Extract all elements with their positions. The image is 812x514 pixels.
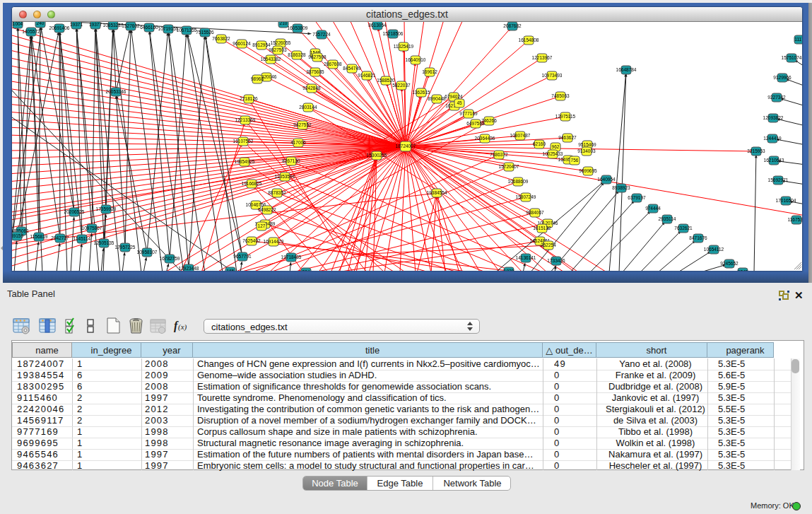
svg-text:12213967: 12213967 xyxy=(532,55,553,60)
svg-text:16782759: 16782759 xyxy=(160,256,180,261)
svg-text:2942737: 2942737 xyxy=(51,235,69,240)
svg-text:1527602: 1527602 xyxy=(122,23,140,28)
svg-text:12505135: 12505135 xyxy=(94,240,114,245)
svg-text:2867608: 2867608 xyxy=(324,62,342,66)
svg-text:8878352: 8878352 xyxy=(268,190,286,195)
svg-text:2935114: 2935114 xyxy=(659,216,676,221)
svg-text:9227342: 9227342 xyxy=(767,95,786,100)
svg-text:1167533: 1167533 xyxy=(788,217,802,222)
svg-text:1004: 1004 xyxy=(13,22,23,26)
svg-text:756: 756 xyxy=(571,158,579,163)
svg-text:16648784: 16648784 xyxy=(616,67,637,72)
svg-text:9129966: 9129966 xyxy=(773,75,792,80)
svg-text:20691406: 20691406 xyxy=(49,25,70,30)
svg-text:9146821: 9146821 xyxy=(358,73,376,78)
svg-text:17957225: 17957225 xyxy=(115,245,136,250)
svg-text:16640910: 16640910 xyxy=(406,57,426,62)
svg-text:16543382: 16543382 xyxy=(261,57,281,62)
svg-text:14136141: 14136141 xyxy=(516,255,536,260)
svg-text:12213369: 12213369 xyxy=(235,117,256,122)
svg-text:7386372: 7386372 xyxy=(490,152,508,157)
svg-text:8613054: 8613054 xyxy=(368,23,387,28)
svg-text:1733426: 1733426 xyxy=(547,258,565,263)
svg-text:2803144: 2803144 xyxy=(299,105,317,110)
svg-text:8471676: 8471676 xyxy=(689,235,707,240)
svg-text:9427552: 9427552 xyxy=(293,122,312,127)
svg-text:1244419: 1244419 xyxy=(763,136,782,141)
svg-text:746266: 746266 xyxy=(481,118,497,123)
svg-text:962: 962 xyxy=(552,144,560,149)
svg-text:974444: 974444 xyxy=(645,206,661,211)
svg-text:9660124: 9660124 xyxy=(233,41,251,46)
svg-text:16107552: 16107552 xyxy=(233,139,254,144)
svg-text:9242848: 9242848 xyxy=(302,86,321,90)
svg-text:9827503: 9827503 xyxy=(269,47,287,52)
svg-text:9463627: 9463627 xyxy=(558,135,577,140)
svg-text:(x): (x) xyxy=(178,322,187,332)
svg-text:10025433: 10025433 xyxy=(543,151,563,156)
svg-text:9134003: 9134003 xyxy=(577,148,596,153)
svg-text:19371: 19371 xyxy=(70,22,83,27)
svg-text:169612: 169612 xyxy=(422,69,437,74)
svg-text:10853287: 10853287 xyxy=(103,23,124,28)
svg-text:10958107: 10958107 xyxy=(137,250,158,255)
svg-text:7515526: 7515526 xyxy=(196,30,214,35)
svg-text:19166825: 19166825 xyxy=(242,181,262,186)
svg-text:7357224: 7357224 xyxy=(312,32,331,37)
svg-text:20053346: 20053346 xyxy=(106,89,126,94)
svg-text:10654112: 10654112 xyxy=(704,247,724,252)
svg-text:39159: 39159 xyxy=(12,233,23,238)
svg-text:45: 45 xyxy=(457,100,462,105)
svg-text:15218506: 15218506 xyxy=(383,31,404,36)
svg-text:10975867: 10975867 xyxy=(82,226,102,230)
svg-text:9245: 9245 xyxy=(738,269,748,271)
svg-text:1640954: 1640954 xyxy=(597,177,616,182)
svg-text:16154808: 16154808 xyxy=(519,37,539,42)
svg-text:210: 210 xyxy=(280,22,288,25)
svg-text:2087682: 2087682 xyxy=(503,23,522,28)
svg-text:11353594: 11353594 xyxy=(275,174,295,179)
svg-text:62160: 62160 xyxy=(533,141,546,146)
svg-text:9515469: 9515469 xyxy=(578,142,596,147)
svg-text:15720407: 15720407 xyxy=(499,164,519,169)
svg-text:15751074: 15751074 xyxy=(782,55,802,60)
svg-text:417006: 417006 xyxy=(290,140,306,145)
svg-text:6794024: 6794024 xyxy=(445,94,463,99)
svg-text:98968: 98968 xyxy=(251,76,264,81)
svg-text:9777169: 9777169 xyxy=(459,111,478,116)
svg-text:15300255: 15300255 xyxy=(367,153,387,158)
svg-text:15807249: 15807249 xyxy=(516,194,536,199)
svg-text:7625402: 7625402 xyxy=(242,238,261,243)
svg-text:7632621: 7632621 xyxy=(674,226,693,230)
svg-text:12923448: 12923448 xyxy=(179,266,199,271)
svg-text:1588520: 1588520 xyxy=(377,78,395,83)
svg-text:12093822: 12093822 xyxy=(763,115,784,120)
svg-text:19384554: 19384554 xyxy=(427,190,447,195)
svg-text:1938: 1938 xyxy=(504,269,514,271)
svg-text:9657791: 9657791 xyxy=(233,254,252,259)
svg-text:8912954: 8912954 xyxy=(252,42,271,47)
svg-text:10719155: 10719155 xyxy=(158,26,179,31)
svg-text:252254: 252254 xyxy=(541,243,556,247)
svg-text:1156819: 1156819 xyxy=(30,234,48,239)
svg-text:5498222: 5498222 xyxy=(258,207,276,212)
svg-text:8990448: 8990448 xyxy=(428,96,446,101)
svg-text:6379197: 6379197 xyxy=(628,195,646,200)
svg-text:19718485: 19718485 xyxy=(281,255,302,259)
svg-text:1117: 1117 xyxy=(794,37,802,42)
svg-text:3875685: 3875685 xyxy=(306,69,324,74)
svg-text:17359928: 17359928 xyxy=(96,206,117,211)
svg-text:240: 240 xyxy=(37,22,45,25)
svg-text:8267130: 8267130 xyxy=(282,158,300,163)
svg-text:16914479: 16914479 xyxy=(264,239,284,244)
svg-text:9884067: 9884067 xyxy=(526,210,544,215)
svg-text:10688609: 10688609 xyxy=(508,179,529,184)
svg-text:15226055: 15226055 xyxy=(271,40,291,45)
svg-text:1145114: 1145114 xyxy=(73,236,91,241)
svg-text:15692971: 15692971 xyxy=(768,177,789,182)
svg-text:16210643: 16210643 xyxy=(764,158,784,163)
svg-text:6466160: 6466160 xyxy=(140,25,158,30)
svg-text:1615132: 1615132 xyxy=(533,226,551,230)
svg-text:19854925: 19854925 xyxy=(235,159,255,164)
svg-text:8454749: 8454749 xyxy=(343,66,361,71)
